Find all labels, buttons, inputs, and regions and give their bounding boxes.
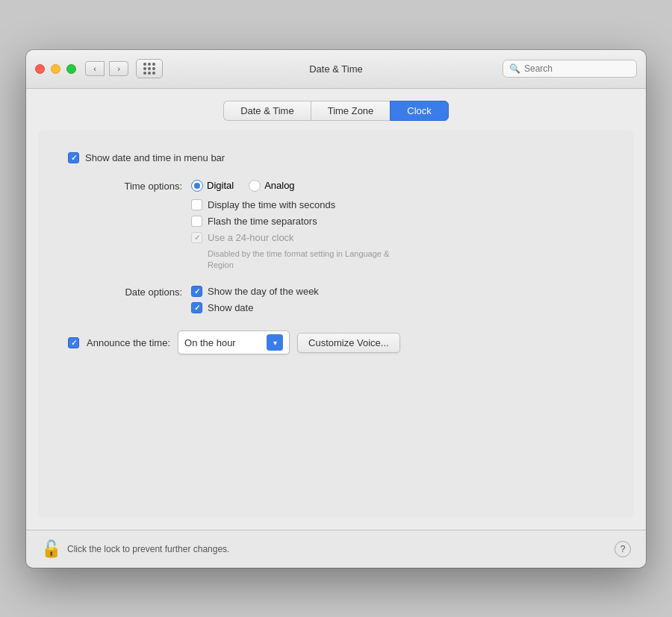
traffic-lights [35, 64, 76, 74]
date-options-row: Date options: Show the day of the week S… [68, 286, 604, 319]
announce-checkbox[interactable] [68, 337, 79, 348]
flash-checkbox-item[interactable]: Flash the time separators [191, 216, 604, 227]
digital-label: Digital [207, 180, 234, 191]
24hour-label: Use a 24-hour clock [208, 232, 294, 243]
digital-radio-outer [191, 180, 203, 192]
date-options-content: Show the day of the week Show date [191, 286, 604, 319]
show-menubar-checkbox[interactable] [68, 152, 79, 163]
24hour-checkbox-item: Use a 24-hour clock [191, 232, 604, 243]
dayofweek-checkbox-item[interactable]: Show the day of the week [191, 286, 604, 297]
footer: 🔓 Click the lock to prevent further chan… [26, 530, 646, 568]
24hour-checkbox [191, 232, 202, 243]
seconds-checkbox-item[interactable]: Display the time with seconds [191, 199, 604, 210]
close-button[interactable] [35, 64, 45, 74]
search-input[interactable] [524, 63, 630, 74]
dropdown-arrow-icon: ▾ [267, 334, 283, 351]
showdate-checkbox-item[interactable]: Show date [191, 302, 604, 313]
seconds-label: Display the time with seconds [208, 199, 335, 210]
dayofweek-label: Show the day of the week [208, 286, 319, 297]
tab-date-time[interactable]: Date & Time [223, 101, 311, 121]
flash-label: Flash the time separators [208, 216, 317, 227]
announce-dropdown[interactable]: On the hour ▾ [178, 331, 290, 354]
dropdown-value: On the hour [184, 337, 236, 348]
announce-label: Announce the time: [87, 337, 170, 348]
date-options-label: Date options: [68, 286, 191, 319]
show-menubar-row: Show date and time in menu bar [68, 152, 604, 163]
dayofweek-checkbox[interactable] [191, 286, 202, 297]
time-options-content: Digital Analog Display the time with sec… [191, 180, 604, 275]
tab-clock[interactable]: Clock [390, 101, 449, 121]
digital-radio-inner [194, 183, 200, 189]
search-icon: 🔍 [509, 63, 520, 74]
lock-text: Click the lock to prevent further change… [67, 544, 229, 554]
back-button[interactable]: ‹ [85, 61, 105, 76]
lock-icon: 🔓 [41, 539, 61, 559]
radio-group: Digital Analog [191, 180, 604, 192]
forward-button[interactable]: › [109, 61, 128, 76]
maximize-button[interactable] [66, 64, 76, 74]
titlebar: ‹ › Date & Time 🔍 [26, 50, 646, 89]
analog-label: Analog [264, 180, 294, 191]
show-menubar-label: Show date and time in menu bar [85, 152, 225, 163]
back-icon: ‹ [93, 64, 96, 73]
tabs-container: Date & Time Time Zone Clock [26, 89, 646, 130]
window: ‹ › Date & Time 🔍 Date & Time Time Zone … [26, 50, 646, 568]
announce-row: Announce the time: On the hour ▾ Customi… [68, 331, 604, 354]
customize-voice-button[interactable]: Customize Voice... [297, 333, 400, 353]
minimize-button[interactable] [51, 64, 60, 74]
lock-section[interactable]: 🔓 Click the lock to prevent further chan… [41, 539, 229, 559]
disabled-note: Disabled by the time format setting in L… [208, 248, 402, 272]
seconds-checkbox[interactable] [191, 199, 202, 210]
time-options-row: Time options: Digital Analog [68, 180, 604, 275]
window-title: Date & Time [309, 63, 363, 75]
forward-icon: › [117, 64, 120, 73]
content-area: Show date and time in menu bar Time opti… [38, 130, 634, 518]
tab-time-zone[interactable]: Time Zone [311, 101, 391, 121]
analog-radio[interactable]: Analog [249, 180, 294, 192]
flash-checkbox[interactable] [191, 216, 202, 227]
digital-radio[interactable]: Digital [191, 180, 234, 192]
grid-view-button[interactable] [136, 59, 163, 78]
nav-buttons: ‹ › [85, 61, 128, 76]
analog-radio-outer [249, 180, 261, 192]
time-options-label: Time options: [68, 180, 191, 275]
help-icon: ? [620, 544, 626, 554]
search-box[interactable]: 🔍 [503, 60, 637, 78]
showdate-checkbox[interactable] [191, 302, 202, 313]
showdate-label: Show date [208, 302, 253, 313]
grid-icon [143, 63, 155, 75]
help-button[interactable]: ? [615, 541, 631, 557]
